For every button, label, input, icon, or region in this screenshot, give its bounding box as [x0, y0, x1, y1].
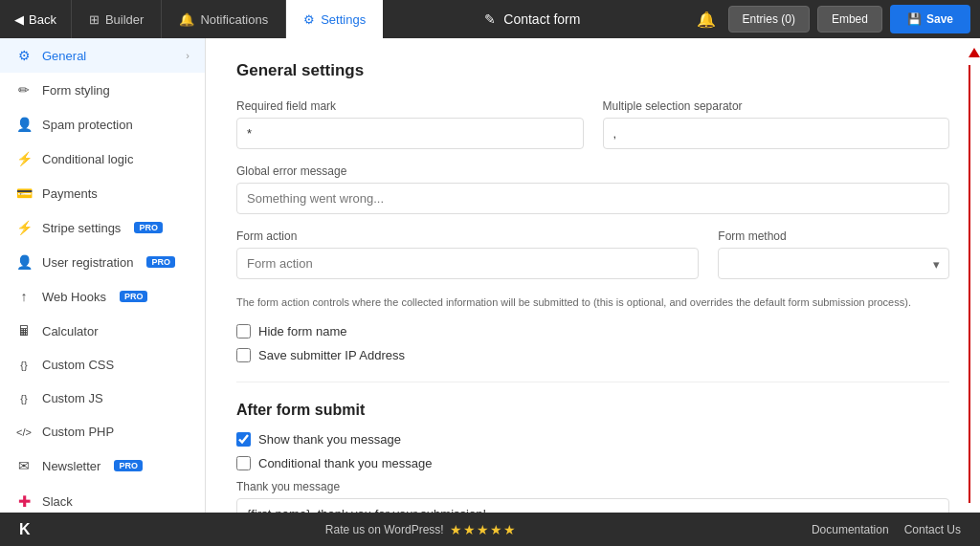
back-button[interactable]: ◀ Back: [0, 0, 71, 38]
sidebar-item-newsletter[interactable]: ✉ Newsletter PRO: [0, 448, 205, 483]
save-submitter-ip-row: Save submitter IP Address: [236, 348, 949, 362]
thank-you-message-input[interactable]: [236, 498, 949, 513]
entries-button[interactable]: Entries (0): [728, 6, 810, 33]
web-hooks-icon: ↑: [15, 289, 33, 304]
footer: K Rate us on WordPress! ★★★★★ Documentat…: [0, 513, 980, 546]
notifications-tab[interactable]: 🔔 Notifications: [161, 0, 285, 38]
sidebar-item-stripe-settings[interactable]: ⚡ Stripe settings PRO: [0, 210, 205, 245]
sidebar-item-conditional-logic[interactable]: ⚡ Conditional logic: [0, 142, 205, 176]
back-icon: ◀: [14, 12, 24, 27]
save-icon: 💾: [907, 12, 922, 26]
sidebar-item-custom-js[interactable]: {} Custom JS: [0, 382, 205, 415]
stripe-icon: ⚡: [15, 220, 33, 235]
section-title: General settings: [236, 61, 949, 80]
form-method-select[interactable]: GET POST: [718, 248, 949, 279]
slack-icon: ✚: [15, 492, 33, 511]
main-layout: ⚙ General › ✏ Form styling 👤 Spam protec…: [0, 38, 980, 513]
sidebar-item-label: User registration: [42, 255, 133, 270]
sidebar-item-custom-css[interactable]: {} Custom CSS: [0, 348, 205, 382]
sidebar-item-label: Calculator: [42, 324, 99, 339]
sidebar-item-general[interactable]: ⚙ General ›: [0, 38, 205, 73]
show-thank-you-checkbox[interactable]: [236, 432, 251, 447]
sidebar-item-web-hooks[interactable]: ↑ Web Hooks PRO: [0, 279, 205, 314]
required-field-mark-input[interactable]: [236, 118, 584, 149]
rate-text: Rate us on WordPress!: [325, 523, 444, 536]
global-error-message-group: Global error message: [236, 164, 949, 214]
save-submitter-ip-checkbox[interactable]: [236, 348, 251, 362]
sidebar-item-calculator[interactable]: 🖩 Calculator: [0, 314, 205, 348]
builder-tab[interactable]: ⊞ Builder: [71, 0, 161, 38]
sidebar-item-label: Spam protection: [42, 118, 133, 132]
conditional-thank-you-checkbox[interactable]: [236, 456, 251, 470]
save-button[interactable]: 💾 Save: [890, 5, 970, 33]
notification-bell-button[interactable]: 🔔: [692, 6, 721, 33]
nav-actions: 🔔 Entries (0) Embed 💾 Save: [682, 5, 980, 33]
footer-links: Documentation Contact Us: [812, 523, 961, 536]
chevron-right-icon: ›: [186, 50, 189, 61]
save-label: Save: [926, 12, 953, 26]
contact-us-link[interactable]: Contact Us: [904, 523, 961, 536]
form-action-input[interactable]: [236, 248, 699, 279]
multiple-selection-separator-group: Multiple selection separator: [603, 99, 950, 149]
hide-form-name-row: Hide form name: [236, 324, 949, 339]
form-title: Contact form: [503, 11, 580, 27]
form-title-area: ✎ Contact form: [383, 11, 681, 27]
bell-icon: 🔔: [179, 12, 194, 27]
global-error-message-label: Global error message: [236, 164, 949, 178]
settings-label: Settings: [321, 12, 366, 27]
sidebar-item-slack[interactable]: ✚ Slack: [0, 483, 205, 513]
conditional-thank-you-row: Conditional thank you message: [236, 456, 949, 470]
form-action-label: Form action: [236, 229, 699, 243]
user-registration-icon: 👤: [15, 254, 33, 270]
footer-logo: K: [19, 521, 31, 538]
scroll-line: [969, 65, 970, 503]
thank-you-message-label: Thank you message: [236, 480, 949, 493]
multiple-selection-separator-input[interactable]: [603, 118, 950, 149]
sidebar-item-custom-php[interactable]: </> Custom PHP: [0, 415, 205, 448]
sidebar-item-label: Custom CSS: [42, 358, 114, 372]
payments-icon: 💳: [15, 186, 33, 201]
sidebar-item-label: Custom JS: [42, 391, 103, 405]
global-error-message-input[interactable]: [236, 183, 949, 214]
form-styling-icon: ✏: [15, 82, 33, 98]
custom-php-icon: </>: [15, 426, 33, 438]
settings-tab[interactable]: ⚙ Settings: [285, 0, 383, 38]
pro-badge: PRO: [146, 256, 175, 268]
row-form-action-method: Form action Form method GET POST: [236, 229, 949, 279]
sidebar-item-spam-protection[interactable]: 👤 Spam protection: [0, 107, 205, 142]
documentation-link[interactable]: Documentation: [812, 523, 889, 536]
sidebar-item-label: Custom PHP: [42, 425, 114, 439]
custom-js-icon: {}: [15, 393, 33, 404]
sidebar-item-user-registration[interactable]: 👤 User registration PRO: [0, 245, 205, 279]
scroll-indicator: [972, 48, 976, 503]
row-required-separator: Required field mark Multiple selection s…: [236, 99, 949, 149]
sidebar-item-label: Web Hooks: [42, 290, 106, 304]
save-submitter-ip-label[interactable]: Save submitter IP Address: [258, 348, 405, 362]
scroll-up-arrow: [969, 48, 980, 57]
sidebar-item-payments[interactable]: 💳 Payments: [0, 176, 205, 210]
footer-center: Rate us on WordPress! ★★★★★: [325, 522, 517, 537]
hide-form-name-label[interactable]: Hide form name: [258, 324, 346, 339]
form-action-hint: The form action controls where the colle…: [236, 295, 949, 311]
sidebar-item-form-styling[interactable]: ✏ Form styling: [0, 73, 205, 107]
footer-stars[interactable]: ★★★★★: [450, 522, 517, 537]
sidebar-item-label: Form styling: [42, 83, 110, 98]
thank-you-message-group: Thank you message: [236, 480, 949, 513]
top-navigation: ◀ Back ⊞ Builder 🔔 Notifications ⚙ Setti…: [0, 0, 980, 38]
form-edit-icon: ✎: [484, 11, 496, 27]
multiple-selection-separator-label: Multiple selection separator: [603, 99, 950, 113]
newsletter-icon: ✉: [15, 458, 33, 473]
back-label: Back: [29, 12, 56, 27]
hide-form-name-checkbox[interactable]: [236, 324, 251, 339]
required-field-mark-group: Required field mark: [236, 99, 584, 149]
embed-button[interactable]: Embed: [817, 6, 882, 33]
sidebar-item-label: General: [42, 49, 86, 63]
builder-label: Builder: [105, 12, 144, 27]
sidebar-item-label: Newsletter: [42, 459, 100, 473]
show-thank-you-label[interactable]: Show thank you message: [258, 432, 401, 447]
sidebar-item-label: Conditional logic: [42, 152, 133, 166]
custom-css-icon: {}: [15, 360, 33, 371]
conditional-thank-you-label[interactable]: Conditional thank you message: [258, 456, 432, 470]
general-icon: ⚙: [15, 48, 33, 63]
content-area: General settings Required field mark Mul…: [206, 38, 980, 513]
